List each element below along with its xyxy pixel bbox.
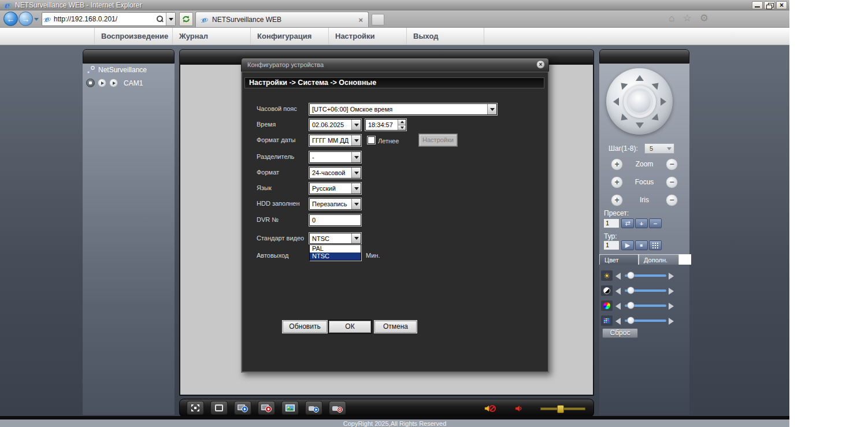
focus-plus-button[interactable]: + — [611, 176, 623, 188]
video-standard-dropdown-icon[interactable] — [351, 233, 361, 243]
device-tree-root[interactable]: NetSurveillance — [87, 65, 147, 74]
step-select[interactable]: 5 — [644, 143, 674, 154]
address-bar[interactable]: e http://192.168.0.201/ — [42, 12, 176, 26]
saturation-increase-arrow[interactable] — [669, 303, 674, 310]
dvr-no-input[interactable]: 0 — [309, 214, 361, 226]
ptz-up-icon[interactable] — [636, 75, 644, 81]
refresh-button[interactable] — [179, 12, 193, 26]
tour-stop-button[interactable]: ■ — [635, 240, 648, 250]
dst-checkbox[interactable] — [368, 136, 375, 144]
ptz-center-ball[interactable] — [629, 91, 651, 113]
play-all-button[interactable] — [234, 401, 251, 415]
menu-exit[interactable]: Выход — [406, 28, 484, 44]
option-pal[interactable]: PAL — [310, 245, 361, 253]
url-text[interactable]: http://192.168.0.201/ — [54, 15, 155, 23]
minimize-button[interactable] — [752, 1, 763, 9]
camera-name[interactable]: CAM1 — [124, 79, 143, 87]
video-standard-select[interactable]: NTSC — [309, 233, 361, 244]
fullscreen-button[interactable] — [187, 401, 204, 415]
ptz-down-left-icon[interactable] — [618, 113, 628, 123]
ptz-down-icon[interactable] — [636, 122, 644, 128]
home-icon[interactable]: ⌂ — [669, 13, 674, 24]
date-select[interactable]: 02.06.2025 — [309, 119, 361, 131]
single-view-button[interactable] — [210, 401, 228, 415]
separator-select[interactable]: - — [309, 151, 361, 163]
dialog-titlebar[interactable]: Конфигуратор устройства — [241, 58, 549, 72]
volume-slider[interactable] — [540, 407, 585, 410]
menu-configuration[interactable]: Конфигурация — [250, 28, 328, 44]
hue-increase-arrow[interactable] — [669, 318, 674, 325]
ptz-left-icon[interactable] — [613, 98, 619, 106]
hdd-full-select[interactable]: Перезапись — [309, 198, 361, 210]
record-all-button[interactable] — [258, 401, 275, 415]
favorites-star-icon[interactable]: ☆ — [683, 13, 692, 24]
hue-decrease-arrow[interactable] — [615, 318, 621, 325]
forward-button[interactable]: → — [18, 12, 33, 26]
browser-tab[interactable]: e NETSurveillance WEB — [195, 12, 369, 27]
separator-dropdown-icon[interactable] — [351, 152, 361, 162]
ptz-up-right-icon[interactable] — [651, 80, 661, 90]
new-tab-button[interactable] — [372, 14, 384, 25]
hdd-full-dropdown-icon[interactable] — [351, 199, 361, 209]
refresh-dialog-button[interactable]: Обновить — [283, 321, 327, 333]
history-dropdown-icon[interactable] — [34, 18, 39, 21]
iris-plus-button[interactable]: + — [611, 194, 623, 206]
camera-play-button[interactable] — [98, 79, 106, 87]
video-record-button[interactable] — [329, 401, 346, 415]
saturation-slider[interactable] — [625, 305, 666, 307]
cancel-button[interactable]: Отмена — [374, 321, 417, 333]
time-format-select[interactable]: 24-часовой — [309, 167, 361, 179]
saturation-decrease-arrow[interactable] — [615, 303, 621, 310]
back-button[interactable]: ← — [3, 12, 18, 26]
tab-color[interactable]: Цвет — [599, 254, 639, 265]
audio-muted-icon[interactable] — [484, 404, 498, 413]
tour-play-button[interactable]: ▶ — [621, 240, 634, 250]
time-format-dropdown-icon[interactable] — [351, 168, 361, 178]
tour-grid-button[interactable] — [649, 240, 662, 250]
zoom-minus-button[interactable]: − — [666, 158, 678, 170]
search-icon[interactable] — [155, 15, 164, 23]
date-format-select[interactable]: ГГГГ ММ ДД — [309, 135, 361, 146]
focus-minus-button[interactable]: − — [666, 176, 678, 188]
hue-slider-handle[interactable] — [627, 317, 635, 324]
speaker-icon[interactable] — [515, 404, 523, 413]
settings-gear-icon[interactable]: ⚙ — [700, 13, 709, 24]
reset-button[interactable]: Сброс — [602, 328, 638, 338]
timezone-dropdown-icon[interactable] — [487, 104, 496, 114]
hue-slider[interactable] — [625, 320, 666, 322]
volume-slider-handle[interactable] — [557, 405, 564, 413]
brightness-increase-arrow[interactable] — [669, 273, 674, 280]
brightness-slider[interactable] — [625, 274, 666, 277]
preset-input[interactable]: 1 — [603, 218, 620, 228]
contrast-slider-handle[interactable] — [627, 287, 635, 294]
camera-stop-button[interactable] — [86, 79, 95, 87]
preset-remove-button[interactable]: − — [649, 218, 662, 228]
preset-add-button[interactable]: + — [635, 218, 648, 228]
tour-input[interactable]: 1 — [603, 240, 620, 250]
menu-playback[interactable]: Воспроизведение — [94, 28, 172, 44]
date-format-dropdown-icon[interactable] — [351, 135, 361, 146]
dialog-close-icon[interactable] — [536, 60, 545, 69]
ptz-right-icon[interactable] — [661, 98, 666, 106]
ptz-joystick[interactable] — [606, 68, 673, 135]
brightness-decrease-arrow[interactable] — [615, 273, 621, 280]
date-dropdown-icon[interactable] — [351, 120, 361, 130]
tab-close-icon[interactable] — [357, 16, 365, 24]
menu-log[interactable]: Журнал — [172, 28, 250, 44]
snapshot-button[interactable] — [281, 401, 299, 415]
close-button[interactable] — [776, 1, 787, 9]
zoom-plus-button[interactable]: + — [611, 158, 623, 170]
address-dropdown-button[interactable] — [166, 13, 175, 25]
restore-button[interactable] — [764, 1, 775, 9]
camera-substream-button[interactable] — [109, 79, 118, 87]
contrast-decrease-arrow[interactable] — [615, 288, 621, 295]
dst-settings-button[interactable]: Настройки — [419, 134, 457, 146]
language-dropdown-icon[interactable] — [351, 183, 361, 194]
time-spinner[interactable]: 18:34:57 — [365, 119, 406, 131]
ok-button[interactable]: ОК — [329, 321, 371, 333]
menu-settings[interactable]: Настройки — [328, 28, 406, 44]
ptz-up-left-icon[interactable] — [618, 80, 628, 90]
iris-minus-button[interactable]: − — [666, 194, 678, 206]
timezone-select[interactable]: [UTC+06:00] Омское время — [309, 103, 497, 115]
brightness-slider-handle[interactable] — [627, 272, 635, 279]
